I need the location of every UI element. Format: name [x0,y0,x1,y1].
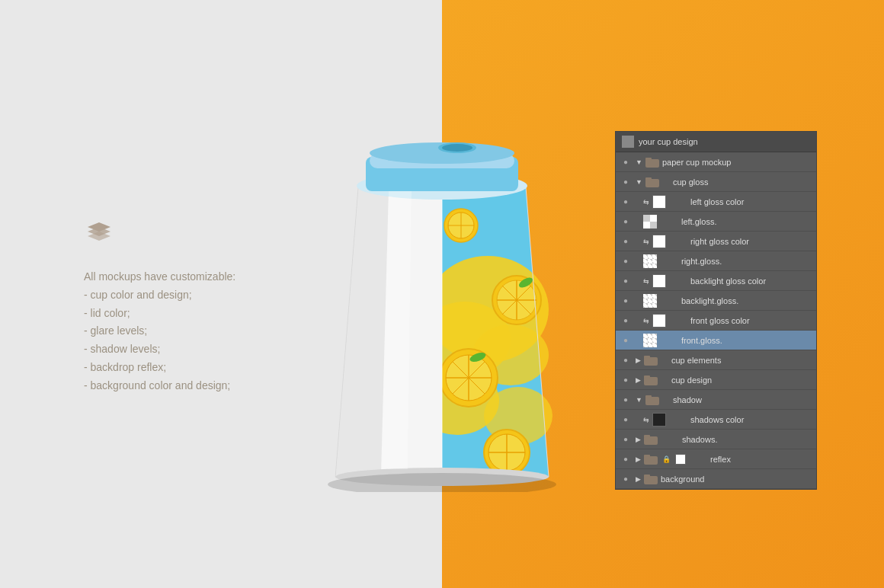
layer-name: left gloss color [690,197,812,206]
arrow-down-icon[interactable]: ▼ [636,178,642,186]
layer-name: right.gloss. [681,257,812,266]
eye-icon[interactable]: ● [620,315,631,326]
eye-icon[interactable]: ● [620,256,631,267]
eye-icon[interactable]: ● [620,414,631,425]
eye-icon[interactable]: ● [620,474,631,484]
layer-row[interactable]: ● right.gloss. [616,251,816,271]
layer-name-selected: front.gloss. [681,336,812,345]
layer-row[interactable]: ● ⇆ left gloss color [616,192,816,212]
layer-thumbnail-checker [643,294,657,308]
folder-icon [645,395,659,405]
arrow-right-icon[interactable]: ▶ [636,455,641,463]
arrow-right-icon[interactable]: ▶ [636,356,641,364]
eye-icon[interactable]: ● [620,216,631,227]
layer-name: backlight gloss color [690,276,812,286]
layer-thumbnail [652,195,666,209]
arrow-down-icon[interactable]: ▼ [636,158,642,166]
layer-row[interactable]: ● ▼ shadow [616,390,816,410]
layer-name: shadows. [682,435,812,444]
layer-row[interactable]: ● ▼ paper cup mockup [616,152,816,172]
layer-row[interactable]: ● ▶ cup elements [616,350,816,370]
layer-thumbnail-checker [643,215,657,228]
canvas-thumb [622,136,634,148]
svg-rect-65 [644,475,650,478]
eye-icon[interactable]: ● [620,177,631,187]
layer-name: cup design [671,375,812,385]
layer-thumbnail [652,235,666,248]
link-icon: ⇆ [643,416,649,423]
eye-icon[interactable]: ● [620,236,631,247]
layers-panel-title: your cup design [639,137,698,146]
layer-row[interactable]: ● ▶ background [616,469,816,489]
arrow-right-icon[interactable]: ▶ [636,376,641,384]
eye-icon[interactable]: ● [620,434,631,445]
layer-name: backlight.gloss. [681,296,812,305]
layer-row[interactable]: ● left.gloss. [616,212,816,232]
eye-icon[interactable]: ● [620,395,631,405]
svg-rect-57 [644,375,650,379]
svg-rect-55 [644,356,650,359]
eye-icon[interactable]: ● [620,296,631,306]
layers-panel-header: your cup design [616,132,816,152]
layer-name: front gloss color [690,316,812,325]
layer-name: left.gloss. [681,217,812,226]
layer-thumbnail [675,454,686,465]
layers-panel: your cup design ● ▼ paper cup mockup ● ▼… [615,131,817,490]
cup-illustration [312,96,572,492]
layer-thumbnail-checker [643,254,657,268]
layer-name: background [661,475,812,484]
layer-name: cup gloss [673,177,812,187]
layer-row-selected[interactable]: ● front.gloss. [616,331,816,350]
layer-thumbnail [652,314,666,328]
eye-icon[interactable]: ● [620,355,631,366]
folder-icon [645,157,659,168]
folder-icon [645,177,659,187]
link-icon: ⇆ [643,198,649,206]
layers-icon [84,221,235,254]
eye-icon[interactable]: ● [620,375,631,385]
layer-name: reflex [710,455,812,464]
arrow-right-icon[interactable]: ▶ [636,475,641,483]
layer-row[interactable]: ● ⇆ front gloss color [616,311,816,331]
layer-name: shadow [673,395,812,404]
eye-icon[interactable]: ● [620,197,631,207]
layer-row[interactable]: ● ▼ cup gloss [616,172,816,192]
link-icon: ⇆ [643,238,649,245]
link-icon: ⇆ [643,317,649,324]
folder-icon [644,454,658,465]
folder-icon [644,375,658,385]
lock-icon: 🔒 [662,455,671,463]
arrow-right-icon[interactable]: ▶ [636,436,641,443]
layer-row[interactable]: ● backlight.gloss. [616,291,816,311]
layer-name: paper cup mockup [662,158,812,167]
layer-row[interactable]: ● ▶ cup design [616,370,816,390]
layer-row[interactable]: ● ▶ shadows. [616,430,816,449]
eye-icon[interactable]: ● [620,276,631,286]
svg-rect-48 [645,158,652,161]
layer-name: cup elements [671,356,812,365]
layer-row[interactable]: ● ⇆ shadows color [616,410,816,430]
svg-rect-50 [645,177,652,181]
folder-icon [644,474,658,484]
link-icon: ⇆ [643,277,649,285]
eye-icon[interactable]: ● [620,157,631,168]
layer-name: shadows color [690,415,812,424]
folder-icon [644,434,658,445]
layer-thumbnail-dark [652,413,666,427]
folder-icon [644,355,658,366]
eye-icon[interactable]: ● [620,454,631,465]
eye-icon[interactable]: ● [620,335,631,346]
layer-row[interactable]: ● ⇆ backlight gloss color [616,271,816,291]
svg-marker-37 [335,187,389,477]
layer-thumbnail [652,274,666,288]
layer-thumbnail-checker [643,334,657,347]
layer-row[interactable]: ● ▶ 🔒 reflex [616,449,816,469]
description-title: All mockups have customizable: - cup col… [84,268,235,395]
layer-row[interactable]: ● ⇆ right gloss color [616,232,816,251]
svg-rect-59 [645,395,652,398]
description-panel: All mockups have customizable: - cup col… [84,221,235,395]
svg-rect-63 [644,455,650,458]
layer-name: right gloss color [690,237,812,246]
arrow-down-icon[interactable]: ▼ [636,396,642,404]
svg-point-43 [442,144,472,152]
